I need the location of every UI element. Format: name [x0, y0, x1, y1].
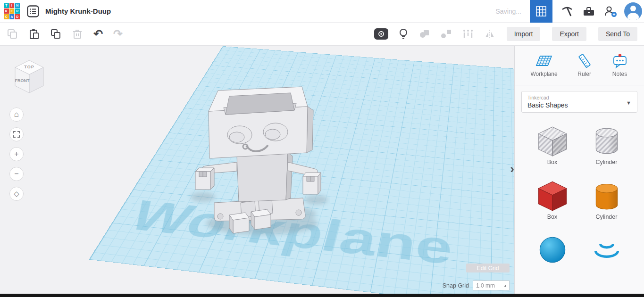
shape-cylinder-hole[interactable]: Cylinder [589, 122, 625, 165]
snap-grid-row: Snap Grid 1.0 mm ▴ [443, 280, 510, 290]
snap-grid-select[interactable]: 1.0 mm ▴ [473, 280, 510, 290]
tool-ruler[interactable]: Ruler [576, 53, 593, 77]
shape-scribble[interactable] [589, 231, 625, 267]
box-solid-icon [535, 177, 570, 213]
person-add-icon [604, 5, 617, 17]
shape-box-hole[interactable]: Box [535, 122, 570, 165]
trash-icon [72, 28, 83, 40]
mirror-icon [484, 28, 496, 40]
tool-workplane[interactable]: Workplane [530, 53, 557, 77]
bottom-bar [0, 294, 644, 297]
shape-category-value: Basic Shapes [527, 101, 631, 109]
shapes-panel: Workplane Ruler Notes [514, 46, 644, 297]
ungroup-icon [440, 28, 452, 40]
snap-grid-caret-icon: ▴ [504, 283, 506, 288]
saving-status: Saving... [496, 8, 521, 15]
logo-letter: C [4, 14, 9, 19]
robot-model[interactable] [175, 79, 330, 254]
align-button[interactable] [462, 28, 474, 40]
logo-letter: N [15, 3, 20, 8]
user-avatar[interactable] [624, 2, 642, 20]
panel-collapse-chevron[interactable]: › [510, 163, 514, 175]
edit-toolbar: ↶ ↷ [0, 23, 644, 46]
cylinder-hole-icon [589, 122, 625, 158]
shape-gallery: Box Cylinder [515, 115, 644, 267]
eye-icon [377, 30, 385, 38]
shape-box-solid[interactable]: Box [535, 177, 570, 220]
tinkercad-app: T I N K E R C A D Mighty Krunk-Duup Savi… [0, 0, 644, 297]
tinkercad-logo[interactable]: T I N K E R C A D [4, 3, 20, 19]
annotations-button[interactable] [374, 28, 388, 40]
edit-grid-button[interactable]: Edit Grid [466, 264, 510, 272]
shape-cylinder-solid[interactable]: Cylinder [589, 177, 625, 220]
ungroup-button[interactable] [440, 28, 452, 40]
invite-button[interactable] [603, 0, 618, 23]
shape-category-dropdown[interactable]: Tinkercad Basic Shapes ▼ [521, 91, 637, 113]
perspective-icon: ◇ [14, 190, 19, 198]
scribble-icon [589, 231, 625, 267]
logo-letter: R [15, 8, 20, 14]
group-icon [418, 28, 431, 40]
delete-button[interactable] [72, 28, 83, 40]
toolbar-right: Import Export Send To [507, 23, 637, 45]
fit-view-icon [13, 131, 20, 138]
list-icon [26, 5, 40, 18]
group-button[interactable] [418, 28, 431, 40]
logo-letter: T [4, 3, 9, 8]
paste-button[interactable] [28, 28, 40, 40]
design-menu-icon[interactable] [26, 5, 40, 18]
classes-button[interactable] [582, 0, 596, 23]
view-cube[interactable]: TOP FRONT [8, 53, 50, 97]
tool-workplane-label: Workplane [530, 71, 557, 77]
shape-label: Box [547, 159, 558, 165]
viewcube-front-label: FRONT [15, 78, 30, 83]
minus-icon: − [14, 170, 18, 178]
tips-button[interactable] [398, 28, 409, 40]
avatar-head [630, 6, 636, 11]
copy-icon [7, 28, 18, 40]
workplane-icon [535, 53, 552, 68]
redo-button[interactable]: ↷ [113, 27, 123, 41]
duplicate-icon [50, 28, 61, 40]
ruler-icon [576, 53, 593, 68]
logo-letter: A [9, 14, 15, 19]
header: T I N K E R C A D Mighty Krunk-Duup Savi… [0, 0, 644, 23]
canvas-3d[interactable]: Workplane [0, 46, 514, 297]
box-hole-icon [535, 122, 570, 158]
zoom-out-button[interactable]: − [9, 167, 24, 181]
toolbar-left: ↶ ↷ [7, 23, 123, 45]
send-to-button[interactable]: Send To [598, 27, 637, 41]
pickaxe-icon [561, 5, 573, 17]
panel-tools-row: Workplane Ruler Notes [515, 46, 644, 85]
design-title: Mighty Krunk-Duup [45, 7, 111, 15]
copy-button[interactable] [7, 28, 18, 40]
mirror-button[interactable] [484, 28, 496, 40]
grid-icon [536, 6, 546, 16]
tool-ruler-label: Ruler [577, 71, 591, 77]
paste-icon [28, 28, 40, 40]
logo-letter: K [4, 8, 9, 14]
duplicate-button[interactable] [50, 28, 61, 40]
cylinder-solid-icon [589, 177, 625, 213]
align-icon [462, 28, 474, 40]
logo-letter: E [9, 8, 15, 14]
plus-icon: + [14, 150, 18, 158]
tool-notes[interactable]: Notes [611, 53, 628, 77]
snap-grid-label: Snap Grid [443, 282, 469, 289]
home-view-button[interactable]: ⌂ [9, 107, 24, 122]
export-button[interactable]: Export [552, 27, 586, 41]
shape-label: Cylinder [596, 159, 618, 165]
minecraft-button[interactable] [560, 0, 574, 23]
shape-category-group: Tinkercad [527, 95, 631, 100]
viewcube-top-label: TOP [24, 65, 34, 69]
undo-button[interactable]: ↶ [93, 27, 103, 41]
dashboard-grid-button[interactable] [530, 0, 552, 23]
perspective-toggle-button[interactable]: ◇ [9, 187, 24, 201]
sphere-icon [535, 231, 570, 267]
zoom-in-button[interactable]: + [9, 147, 24, 161]
import-button[interactable]: Import [507, 27, 541, 41]
fit-view-button[interactable] [9, 127, 24, 141]
shape-label: Cylinder [596, 214, 618, 220]
toolbar-middle [374, 23, 496, 45]
shape-sphere[interactable] [535, 231, 570, 267]
